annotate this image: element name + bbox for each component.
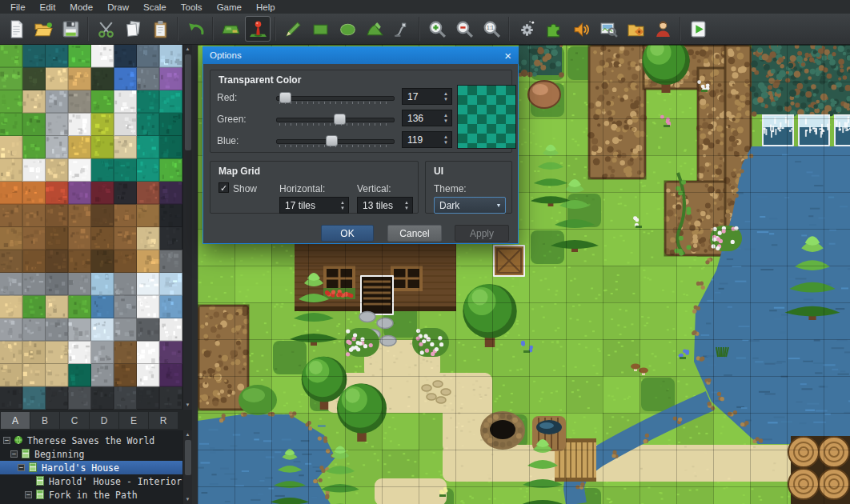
new-file-icon	[6, 19, 26, 39]
copy-icon	[123, 19, 143, 39]
shadow-pen-tool-button[interactable]	[389, 16, 415, 42]
menu-draw[interactable]: Draw	[100, 2, 136, 13]
tree-scrollbar[interactable]: ▲ ▼	[182, 430, 192, 504]
chevron-down-icon: ▼	[492, 202, 505, 208]
menu-help[interactable]: Help	[249, 2, 283, 13]
zoom-out-button[interactable]	[451, 16, 477, 42]
slider-track[interactable]	[276, 139, 395, 144]
ui-group: UI Theme: Dark ▼	[425, 161, 512, 214]
collapse-icon[interactable]: −	[10, 450, 18, 458]
palette-tab-d[interactable]: D	[90, 412, 118, 429]
menu-edit[interactable]: Edit	[33, 2, 63, 13]
tree-item[interactable]: −Fork in the Path	[0, 488, 192, 502]
scroll-down-icon[interactable]: ▼	[183, 495, 192, 504]
red-value-spinbox[interactable]: 17▲▼	[402, 88, 452, 105]
project-icon	[14, 435, 23, 446]
tree-item[interactable]: Harold' House - Interior	[0, 474, 192, 488]
tree-scrollbar-thumb[interactable]	[185, 440, 191, 475]
palette-tab-a[interactable]: A	[1, 412, 30, 429]
tree-item[interactable]: −Beginning	[0, 447, 192, 461]
menu-file[interactable]: File	[3, 2, 33, 13]
ellipse-tool-button[interactable]	[335, 16, 360, 42]
event-mode-button[interactable]	[245, 16, 271, 42]
plugin-manager-button[interactable]	[541, 16, 567, 42]
paste-button[interactable]	[147, 16, 173, 42]
save-project-button[interactable]	[58, 16, 83, 42]
scroll-up-icon[interactable]: ▲	[183, 45, 192, 54]
vertical-tiles-spinbox[interactable]: 13 tiles ▲▼	[357, 197, 413, 214]
theme-dropdown[interactable]: Dark ▼	[434, 197, 506, 214]
image-search-icon	[599, 19, 619, 39]
transparent-color-preview	[457, 85, 516, 149]
open-project-button[interactable]	[30, 16, 56, 42]
toolbar-separator	[177, 17, 178, 41]
deployment-button[interactable]	[623, 16, 648, 42]
slider-ticks	[279, 145, 391, 147]
palette-tab-b[interactable]: B	[30, 412, 59, 429]
new-project-button[interactable]	[3, 16, 29, 42]
slider-label: Blue:	[217, 135, 273, 146]
rectangle-tool-button[interactable]	[307, 16, 333, 42]
scissors-icon	[96, 19, 116, 39]
playtest-button[interactable]	[685, 16, 711, 42]
menu-mode[interactable]: Mode	[62, 2, 100, 13]
slider-track[interactable]	[276, 96, 395, 101]
dialog-title-bar[interactable]: Options ×	[202, 46, 519, 64]
tree-item[interactable]: −Therese Saves the World	[0, 434, 192, 447]
zoom-actual-icon: 1:1	[482, 19, 502, 39]
palette-scrollbar[interactable]: ▲ ▼	[182, 45, 192, 410]
cut-button[interactable]	[93, 16, 118, 42]
palette-tab-e[interactable]: E	[119, 412, 148, 429]
menu-tools[interactable]: Tools	[174, 2, 210, 13]
scroll-down-icon[interactable]: ▼	[183, 401, 192, 410]
spin-up-icon: ▲	[443, 113, 448, 118]
slider-ticks	[279, 123, 391, 126]
pencil-tool-button[interactable]	[280, 16, 306, 42]
collapse-icon[interactable]: −	[3, 437, 10, 444]
spin-down-icon: ▼	[340, 206, 345, 210]
menu-scale[interactable]: Scale	[136, 2, 174, 13]
blue-value-spinbox[interactable]: 119▲▼	[402, 131, 452, 148]
tileset-palette[interactable]	[0, 45, 182, 410]
show-grid-checkbox[interactable]: ✓	[219, 182, 229, 193]
flood-fill-tool-button[interactable]	[362, 16, 387, 42]
apply-button[interactable]: Apply	[455, 225, 509, 242]
ok-button[interactable]: OK	[321, 225, 374, 242]
zoom-in-icon	[427, 19, 447, 39]
spinner-arrows[interactable]: ▲▼	[440, 134, 451, 145]
copy-button[interactable]	[120, 16, 146, 42]
resource-manager-button[interactable]	[595, 16, 621, 42]
spinner-arrows[interactable]: ▲▼	[440, 113, 451, 123]
tree-item[interactable]: −Harold's House	[0, 461, 192, 474]
slider-track[interactable]	[276, 118, 395, 122]
map-page-icon	[21, 449, 30, 459]
collapse-icon[interactable]: −	[18, 464, 25, 471]
close-icon[interactable]: ×	[504, 50, 511, 62]
zoom-in-button[interactable]	[424, 16, 450, 42]
palette-tab-r[interactable]: R	[149, 412, 178, 429]
pencil-icon	[283, 19, 303, 39]
spinner-arrows[interactable]: ▲▼	[440, 91, 451, 102]
spinner-arrows[interactable]: ▲▼	[337, 200, 348, 210]
vertical-label: Vertical:	[357, 183, 391, 194]
map-mode-button[interactable]	[218, 16, 243, 42]
palette-scrollbar-thumb[interactable]	[185, 54, 191, 150]
undo-button[interactable]	[182, 16, 208, 42]
menu-game[interactable]: Game	[210, 2, 249, 13]
scroll-up-icon[interactable]: ▲	[183, 430, 192, 439]
play-icon	[688, 19, 708, 39]
character-generator-button[interactable]	[650, 16, 676, 42]
open-folder-icon	[34, 19, 54, 39]
cancel-button[interactable]: Cancel	[387, 225, 442, 242]
actual-size-button[interactable]: 1:1	[479, 16, 504, 42]
horizontal-tiles-spinbox[interactable]: 17 tiles ▲▼	[279, 197, 349, 214]
collapse-icon[interactable]: −	[25, 491, 32, 498]
palette-tab-c[interactable]: C	[60, 412, 89, 429]
gear-icon	[517, 19, 537, 39]
sound-test-button[interactable]	[568, 16, 594, 42]
map-page-icon	[28, 462, 38, 473]
map-tree: −Therese Saves the World−Beginning−Harol…	[0, 430, 192, 504]
green-value-spinbox[interactable]: 136▲▼	[402, 110, 452, 126]
spinner-arrows[interactable]: ▲▼	[401, 200, 412, 210]
database-button[interactable]	[514, 16, 539, 42]
